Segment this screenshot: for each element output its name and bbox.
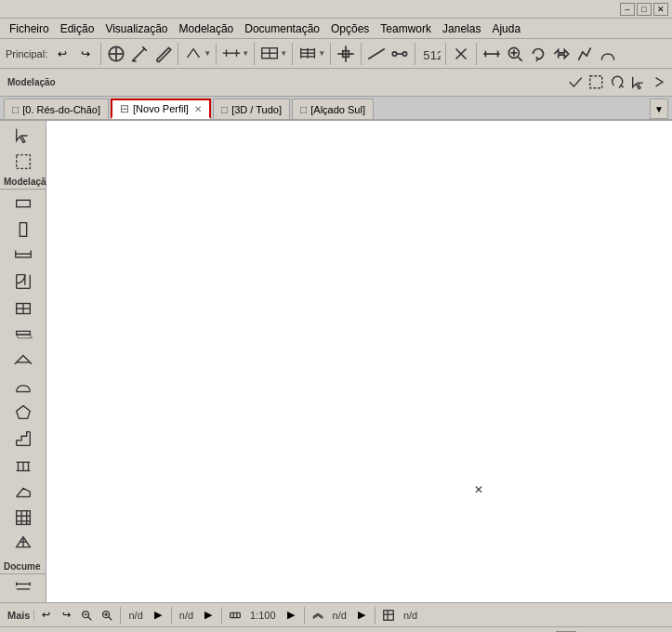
status-zoom-in-button[interactable] xyxy=(98,606,116,625)
tab-3d-tudo[interactable]: □ [3D / Tudo] xyxy=(213,99,290,119)
svg-line-22 xyxy=(368,48,385,59)
tab-alcado-label: [Alçado Sul] xyxy=(310,104,365,115)
door-tool-button[interactable] xyxy=(6,270,41,295)
menu-modelacao[interactable]: Modelação xyxy=(174,20,240,37)
status-redo-button[interactable]: ↪ xyxy=(57,606,75,625)
toolbar-group-number: 512 xyxy=(419,43,446,65)
object-tool-button[interactable] xyxy=(6,479,41,504)
marquee-tool-button[interactable] xyxy=(6,149,41,174)
lasso-button[interactable] xyxy=(586,72,606,94)
sep4 xyxy=(304,607,305,624)
svg-rect-82 xyxy=(231,612,241,617)
morph-tool-button[interactable] xyxy=(6,401,41,426)
menu-documentacao[interactable]: Documentação xyxy=(239,20,325,37)
rotate-select-button[interactable] xyxy=(608,72,627,94)
svg-line-76 xyxy=(88,616,92,620)
curtain-wall-button[interactable] xyxy=(6,505,41,530)
mesh-tool-button[interactable] xyxy=(6,532,41,557)
undo-button[interactable]: ↩ xyxy=(51,43,73,65)
status-nd2: n/d xyxy=(176,610,197,621)
status-arrow2-button[interactable]: ▶ xyxy=(199,606,217,625)
status-arrow1-button[interactable]: ▶ xyxy=(149,606,167,625)
status-zoom-out-button[interactable] xyxy=(77,606,96,625)
status-scale: 1:100 xyxy=(246,610,280,621)
sep2 xyxy=(171,607,172,624)
cursor-tool-button[interactable] xyxy=(6,123,41,148)
tab-res-do-chao[interactable]: □ [0. Rés-do-Chão] xyxy=(4,99,109,119)
tab-novo-perfil[interactable]: ⊟ [Novo Perfil] ✕ xyxy=(111,99,211,119)
toolbar-group-arrows: ▼ xyxy=(182,43,217,65)
grid-button[interactable]: ▼ xyxy=(296,43,326,65)
status-grid-icon[interactable] xyxy=(379,606,398,625)
tab-novo-close[interactable]: ✕ xyxy=(194,104,202,114)
menu-opcoes[interactable]: Opções xyxy=(325,20,375,37)
tabs-bar: □ [0. Rés-do-Chão] ⊟ [Novo Perfil] ✕ □ [… xyxy=(0,97,672,121)
number-button[interactable]: 512 xyxy=(419,43,441,65)
pencil-tool-button[interactable] xyxy=(128,43,151,65)
tab-3d-label: [3D / Tudo] xyxy=(231,104,282,115)
beam-tool-button[interactable] xyxy=(6,244,41,269)
tools2-button[interactable] xyxy=(389,43,411,65)
canvas-area[interactable]: ✕ xyxy=(46,121,672,602)
window-tool-button[interactable] xyxy=(6,296,41,321)
stair-tool-button[interactable] xyxy=(6,427,41,452)
column-tool-button[interactable] xyxy=(6,217,41,243)
status-undo-button[interactable]: ↩ xyxy=(36,606,55,625)
right-arrow-button[interactable] xyxy=(650,72,669,94)
wall-tool-button[interactable] xyxy=(6,191,41,216)
maximize-button[interactable]: □ xyxy=(637,3,652,16)
zoom-area-button[interactable] xyxy=(481,43,503,65)
roof-tool-button[interactable] xyxy=(6,348,41,373)
title-bar: – □ ✕ xyxy=(0,0,672,19)
svg-line-33 xyxy=(519,57,522,60)
svg-marker-53 xyxy=(16,406,30,419)
status-tape-icon[interactable] xyxy=(226,606,244,625)
snap-button[interactable] xyxy=(335,43,357,65)
railing-tool-button[interactable] xyxy=(6,453,41,478)
close-button[interactable]: ✕ xyxy=(653,3,668,16)
node-tool-button[interactable] xyxy=(573,43,596,65)
menu-ficheiro[interactable]: Ficheiro xyxy=(4,20,55,37)
toolbar-group-tools xyxy=(105,43,178,65)
menu-ajuda[interactable]: Ajuda xyxy=(486,20,526,37)
arch-tool-button[interactable] xyxy=(597,43,619,65)
slab-tool-button[interactable] xyxy=(6,322,41,347)
tab-nav-button[interactable]: ▼ xyxy=(650,99,668,119)
status-arrow3-button[interactable]: ▶ xyxy=(282,606,300,625)
pointer-arrow-button[interactable] xyxy=(628,72,648,94)
docume-section-label: Docume xyxy=(0,560,46,574)
menu-janelas[interactable]: Janelas xyxy=(437,20,486,37)
menu-teamwork[interactable]: Teamwork xyxy=(375,20,437,37)
pointer-tool-button[interactable] xyxy=(105,43,127,65)
bottom-bar: ID GRAPHISOFT ID xyxy=(0,626,672,632)
status-arrow4-button[interactable]: ▶ xyxy=(352,606,371,625)
left-panel: Modelação xyxy=(0,121,46,602)
tab-alcado-sul[interactable]: □ [Alçado Sul] xyxy=(292,99,374,119)
shell-tool-button[interactable] xyxy=(6,375,41,400)
redo-button[interactable]: ↪ xyxy=(74,43,97,65)
menu-visualizacao[interactable]: Visualização xyxy=(99,20,173,37)
rotate-button[interactable] xyxy=(527,43,549,65)
eraser-tool-button[interactable] xyxy=(152,43,174,65)
pan-button[interactable] xyxy=(550,43,573,65)
tab-res-icon: □ xyxy=(12,103,19,116)
select-arrow-button[interactable]: ▼ xyxy=(182,43,212,65)
status-nd1: n/d xyxy=(125,610,146,621)
svg-line-79 xyxy=(109,616,112,620)
status-layers-icon[interactable] xyxy=(309,606,327,625)
measure-button[interactable]: ▼ xyxy=(220,43,250,65)
tab-alcado-icon: □ xyxy=(300,103,307,116)
toolbar-principal: Principal: ↩ ↪ xyxy=(0,39,672,69)
menu-edicao[interactable]: Edição xyxy=(55,20,100,37)
select-all-button[interactable] xyxy=(566,72,586,94)
toolbar-group-cut xyxy=(450,43,477,65)
tab-res-label: [0. Rés-do-Chão] xyxy=(22,104,100,115)
tab-novo-icon: ⊟ xyxy=(120,102,129,115)
dimension-tool-button[interactable] xyxy=(6,575,41,600)
line-button[interactable] xyxy=(365,43,388,65)
toolbar-modelacao-label: Modelação xyxy=(4,75,564,89)
minimize-button[interactable]: – xyxy=(620,3,635,16)
view-button[interactable]: ▼ xyxy=(258,43,288,65)
zoom-in-button[interactable] xyxy=(504,43,526,65)
cut-button[interactable] xyxy=(450,43,472,65)
